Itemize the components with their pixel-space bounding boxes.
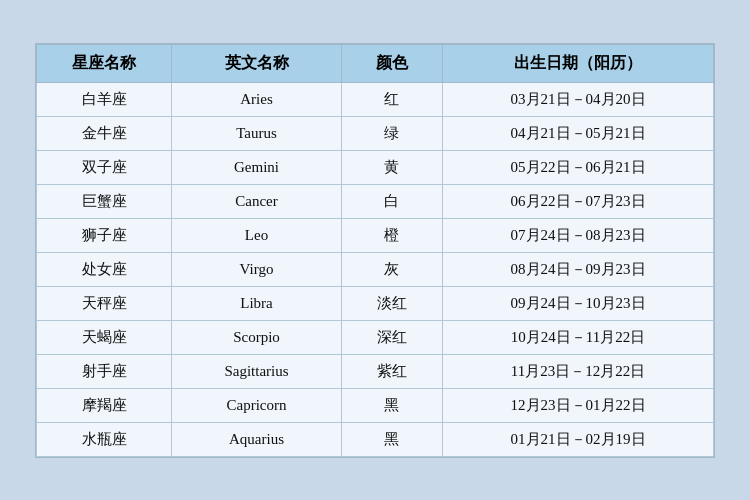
cell-color: 紫红 <box>341 354 443 388</box>
table-row: 巨蟹座Cancer白06月22日－07月23日 <box>37 184 714 218</box>
header-english-name: 英文名称 <box>172 44 341 82</box>
cell-chinese-name: 射手座 <box>37 354 172 388</box>
cell-chinese-name: 双子座 <box>37 150 172 184</box>
cell-chinese-name: 巨蟹座 <box>37 184 172 218</box>
table-row: 处女座Virgo灰08月24日－09月23日 <box>37 252 714 286</box>
cell-chinese-name: 水瓶座 <box>37 422 172 456</box>
cell-birth-date: 05月22日－06月21日 <box>443 150 714 184</box>
cell-color: 绿 <box>341 116 443 150</box>
cell-english-name: Sagittarius <box>172 354 341 388</box>
cell-chinese-name: 白羊座 <box>37 82 172 116</box>
cell-color: 深红 <box>341 320 443 354</box>
table-row: 白羊座Aries红03月21日－04月20日 <box>37 82 714 116</box>
cell-birth-date: 11月23日－12月22日 <box>443 354 714 388</box>
table-row: 狮子座Leo橙07月24日－08月23日 <box>37 218 714 252</box>
cell-color: 橙 <box>341 218 443 252</box>
cell-color: 灰 <box>341 252 443 286</box>
cell-birth-date: 01月21日－02月19日 <box>443 422 714 456</box>
cell-birth-date: 12月23日－01月22日 <box>443 388 714 422</box>
cell-birth-date: 04月21日－05月21日 <box>443 116 714 150</box>
cell-color: 白 <box>341 184 443 218</box>
cell-chinese-name: 处女座 <box>37 252 172 286</box>
cell-english-name: Libra <box>172 286 341 320</box>
cell-english-name: Taurus <box>172 116 341 150</box>
table-row: 天蝎座Scorpio深红10月24日－11月22日 <box>37 320 714 354</box>
cell-color: 淡红 <box>341 286 443 320</box>
table-body: 白羊座Aries红03月21日－04月20日金牛座Taurus绿04月21日－0… <box>37 82 714 456</box>
table-row: 双子座Gemini黄05月22日－06月21日 <box>37 150 714 184</box>
cell-birth-date: 09月24日－10月23日 <box>443 286 714 320</box>
cell-chinese-name: 狮子座 <box>37 218 172 252</box>
cell-chinese-name: 金牛座 <box>37 116 172 150</box>
cell-english-name: Capricorn <box>172 388 341 422</box>
header-birth-date: 出生日期（阳历） <box>443 44 714 82</box>
cell-english-name: Leo <box>172 218 341 252</box>
cell-english-name: Aquarius <box>172 422 341 456</box>
cell-color: 黑 <box>341 388 443 422</box>
cell-color: 黑 <box>341 422 443 456</box>
cell-english-name: Scorpio <box>172 320 341 354</box>
table-header-row: 星座名称 英文名称 颜色 出生日期（阳历） <box>37 44 714 82</box>
table-row: 摩羯座Capricorn黑12月23日－01月22日 <box>37 388 714 422</box>
cell-birth-date: 06月22日－07月23日 <box>443 184 714 218</box>
zodiac-table-container: 星座名称 英文名称 颜色 出生日期（阳历） 白羊座Aries红03月21日－04… <box>35 43 715 458</box>
cell-english-name: Aries <box>172 82 341 116</box>
cell-english-name: Gemini <box>172 150 341 184</box>
table-row: 天秤座Libra淡红09月24日－10月23日 <box>37 286 714 320</box>
cell-color: 黄 <box>341 150 443 184</box>
cell-birth-date: 08月24日－09月23日 <box>443 252 714 286</box>
table-row: 金牛座Taurus绿04月21日－05月21日 <box>37 116 714 150</box>
cell-birth-date: 07月24日－08月23日 <box>443 218 714 252</box>
table-row: 水瓶座Aquarius黑01月21日－02月19日 <box>37 422 714 456</box>
cell-chinese-name: 天蝎座 <box>37 320 172 354</box>
header-chinese-name: 星座名称 <box>37 44 172 82</box>
cell-english-name: Cancer <box>172 184 341 218</box>
cell-english-name: Virgo <box>172 252 341 286</box>
table-row: 射手座Sagittarius紫红11月23日－12月22日 <box>37 354 714 388</box>
cell-color: 红 <box>341 82 443 116</box>
cell-birth-date: 03月21日－04月20日 <box>443 82 714 116</box>
cell-chinese-name: 摩羯座 <box>37 388 172 422</box>
zodiac-table: 星座名称 英文名称 颜色 出生日期（阳历） 白羊座Aries红03月21日－04… <box>36 44 714 457</box>
header-color: 颜色 <box>341 44 443 82</box>
cell-chinese-name: 天秤座 <box>37 286 172 320</box>
cell-birth-date: 10月24日－11月22日 <box>443 320 714 354</box>
